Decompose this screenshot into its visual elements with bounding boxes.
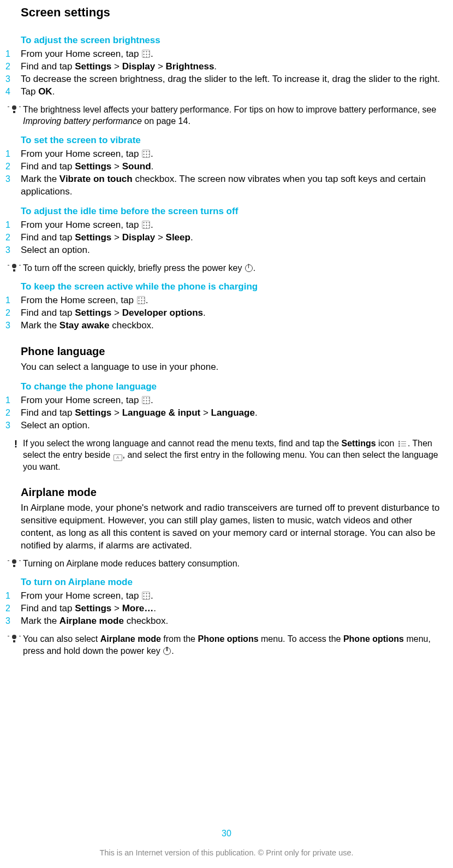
step-number: 2 xyxy=(5,307,21,319)
step-number: 1 xyxy=(5,590,21,602)
step: 4Tap OK. xyxy=(5,86,448,98)
step-number: 3 xyxy=(5,244,21,256)
apps-icon xyxy=(142,221,150,229)
step: 3To decrease the screen brightness, drag… xyxy=(5,73,448,86)
section-desc: In Airplane mode, your phone's network a… xyxy=(21,502,448,552)
airplane-mode-section: Airplane mode In Airplane mode, your pho… xyxy=(5,486,448,657)
sub-heading: To change the phone language xyxy=(21,381,448,392)
sub-heading: To keep the screen active while the phon… xyxy=(21,281,448,292)
step-text: From your Home screen, tap . xyxy=(21,590,448,603)
step-number: 1 xyxy=(5,48,21,60)
step: 2Find and tap Settings > Developer optio… xyxy=(5,307,448,320)
step-text: Tap OK. xyxy=(21,86,448,98)
step-number: 4 xyxy=(5,86,21,98)
step-text: Find and tap Settings > Language & input… xyxy=(21,407,448,420)
page-title: Screen settings xyxy=(21,5,448,20)
lightbulb-icon xyxy=(11,105,17,113)
apps-icon xyxy=(137,296,145,304)
tip-icon-wrapper: ! xyxy=(5,438,23,449)
apps-icon xyxy=(142,150,150,158)
section-title-phone-language: Phone language xyxy=(21,345,448,358)
step: 1From your Home screen, tap . xyxy=(5,148,448,161)
step-text: Find and tap Settings > Developer option… xyxy=(21,307,448,320)
apps-icon xyxy=(142,50,150,58)
step: 2Find and tap Settings > Display > Brigh… xyxy=(5,61,448,73)
steps-list: 1From your Home screen, tap .2Find and t… xyxy=(5,48,448,98)
lightbulb-icon xyxy=(11,635,17,642)
step-text: Mark the Vibrate on touch checkbox. The … xyxy=(21,173,448,198)
lightbulb-icon xyxy=(11,264,17,271)
step-number: 1 xyxy=(5,148,21,160)
step: 1From your Home screen, tap . xyxy=(5,590,448,603)
step-text: From your Home screen, tap . xyxy=(21,394,448,407)
step-number: 3 xyxy=(5,320,21,332)
step-number: 3 xyxy=(5,615,21,627)
step-number: 3 xyxy=(5,420,21,432)
tip-text: Turning on Airplane mode reduces battery… xyxy=(23,558,448,570)
step-number: 2 xyxy=(5,61,21,73)
settings-slider-icon xyxy=(397,440,407,447)
apps-icon xyxy=(142,592,150,600)
steps-list: 1From your Home screen, tap .2Find and t… xyxy=(5,148,448,198)
step-number: 1 xyxy=(5,294,21,306)
section-desc: You can select a language to use in your… xyxy=(21,361,448,374)
tip-text: If you select the wrong language and can… xyxy=(23,438,448,473)
tip-icon-wrapper xyxy=(5,262,23,271)
step-text: From your Home screen, tap . xyxy=(21,148,448,161)
sub-heading: To set the screen to vibrate xyxy=(21,135,448,146)
phone-language-section: Phone language You can select a language… xyxy=(5,345,448,473)
step: 1From your Home screen, tap . xyxy=(5,219,448,232)
step: 3Select an option. xyxy=(5,244,448,257)
apps-icon xyxy=(142,396,150,404)
step: 3Mark the Stay awake checkbox. xyxy=(5,320,448,332)
step-number: 1 xyxy=(5,219,21,231)
tip-icon-wrapper xyxy=(5,633,23,642)
tip-icon-wrapper xyxy=(5,104,23,113)
step-text: Find and tap Settings > Display > Bright… xyxy=(21,61,448,73)
step: 2Find and tap Settings > More…. xyxy=(5,603,448,615)
keyboard-icon: A xyxy=(114,454,122,461)
tip-text: The brightness level affects your batter… xyxy=(23,104,448,127)
step-number: 3 xyxy=(5,73,21,85)
step-number: 1 xyxy=(5,394,21,406)
step-text: From the Home screen, tap . xyxy=(21,294,448,307)
tip-row: To turn off the screen quickly, briefly … xyxy=(5,262,448,274)
lightbulb-icon xyxy=(11,559,17,567)
section-title-airplane: Airplane mode xyxy=(21,486,448,499)
step: 1From the Home screen, tap . xyxy=(5,294,448,307)
tip-text: You can also select Airplane mode from t… xyxy=(23,633,448,657)
step: 1From your Home screen, tap . xyxy=(5,48,448,61)
page-number: 30 xyxy=(0,829,453,839)
sub-heading: To adjust the idle time before the scree… xyxy=(21,206,448,217)
step-text: Find and tap Settings > More…. xyxy=(21,603,448,615)
step-text: Mark the Airplane mode checkbox. xyxy=(21,615,448,628)
step-text: Select an option. xyxy=(21,244,448,257)
step: 3Mark the Airplane mode checkbox. xyxy=(5,615,448,628)
power-icon xyxy=(245,264,253,272)
steps-list: 1From the Home screen, tap .2Find and ta… xyxy=(5,294,448,332)
sub-heading: To turn on Airplane mode xyxy=(21,577,448,588)
step: 2Find and tap Settings > Sound. xyxy=(5,161,448,173)
step-text: From your Home screen, tap . xyxy=(21,48,448,61)
step-text: From your Home screen, tap . xyxy=(21,219,448,232)
step: 3Mark the Vibrate on touch checkbox. The… xyxy=(5,173,448,198)
step-text: Select an option. xyxy=(21,420,448,432)
step-text: Find and tap Settings > Display > Sleep. xyxy=(21,232,448,244)
step-number: 2 xyxy=(5,232,21,244)
step: 2Find and tap Settings > Language & inpu… xyxy=(5,407,448,420)
tip-row: The brightness level affects your batter… xyxy=(5,104,448,127)
tip-icon-wrapper xyxy=(5,558,23,567)
footer-text: This is an Internet version of this publ… xyxy=(0,848,453,857)
sub-heading: To adjust the screen brightness xyxy=(21,35,448,46)
power-icon xyxy=(163,647,171,655)
step-text: Find and tap Settings > Sound. xyxy=(21,161,448,173)
step-text: To decrease the screen brightness, drag … xyxy=(21,73,448,86)
step-number: 3 xyxy=(5,173,21,185)
step-number: 2 xyxy=(5,407,21,419)
step-number: 2 xyxy=(5,603,21,615)
step-number: 2 xyxy=(5,161,21,173)
step: 1From your Home screen, tap . xyxy=(5,394,448,407)
step: 3Select an option. xyxy=(5,420,448,432)
steps-list: 1From your Home screen, tap .2Find and t… xyxy=(5,219,448,257)
tip-text: To turn off the screen quickly, briefly … xyxy=(23,262,448,274)
